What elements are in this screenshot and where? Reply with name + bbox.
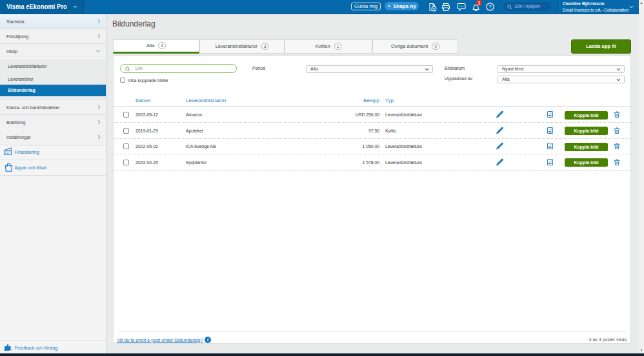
svg-text:?: ? xyxy=(488,4,492,10)
